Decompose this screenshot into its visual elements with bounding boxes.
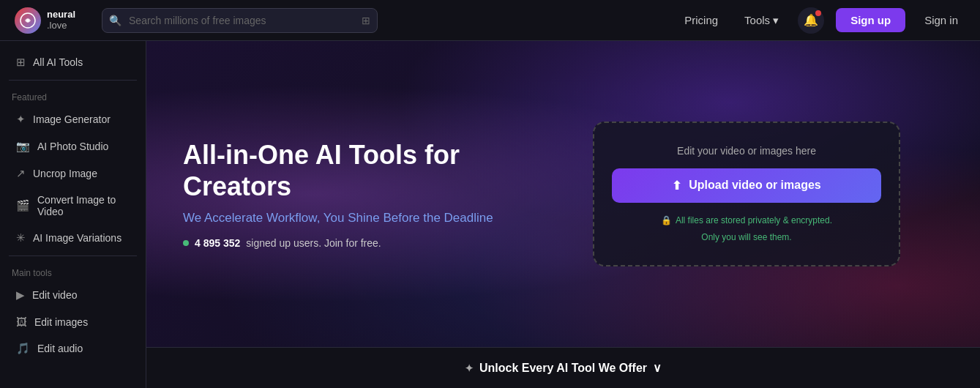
upload-button-label: Upload video or images — [689, 179, 820, 192]
grid-icon: ⊞ — [16, 56, 26, 69]
privacy-line2: Only you will see them. — [701, 231, 791, 244]
upload-icon: ⬆ — [672, 179, 681, 193]
sidebar-item-convert-image-video[interactable]: 🎬 Convert Image to Video — [4, 187, 141, 224]
filter-icon[interactable]: ⊞ — [362, 15, 370, 26]
privacy-line1: All files are stored privately & encrypt… — [676, 214, 832, 227]
users-number: 4 895 352 — [195, 237, 240, 249]
sidebar-label-edit-images: Edit images — [34, 316, 88, 328]
sidebar: ⊞ All AI Tools Featured ✦ Image Generato… — [0, 41, 146, 388]
users-suffix: signed up users. Join for free. — [246, 237, 381, 249]
sidebar-item-ai-image-variations[interactable]: ✳ AI Image Variations — [4, 225, 141, 251]
hero-area: All-in-One AI Tools for Creators We Acce… — [146, 41, 980, 347]
search-icon: 🔍 — [109, 15, 121, 26]
sidebar-item-image-generator[interactable]: ✦ Image Generator — [4, 106, 141, 133]
convert-icon: 🎬 — [16, 199, 30, 212]
uncrop-icon: ↗ — [16, 167, 26, 180]
logo-name-line2: .love — [47, 20, 75, 31]
upload-card-label: Edit your video or images here — [677, 145, 816, 157]
logo-name-line1: neural — [47, 10, 75, 20]
unlock-label: Unlock Every AI Tool We Offer — [479, 362, 647, 375]
sidebar-label-ai-photo-studio: AI Photo Studio — [37, 141, 108, 152]
signin-link[interactable]: Sign in — [917, 10, 965, 31]
image-gen-icon: ✦ — [16, 113, 26, 126]
sidebar-label-uncrop: Uncrop Image — [33, 168, 97, 179]
sparkle-icon: ✦ — [465, 362, 474, 374]
logo-icon — [15, 7, 41, 34]
variations-icon: ✳ — [16, 231, 26, 245]
hero-users-count: 4 895 352 signed up users. Join for free… — [183, 237, 564, 249]
hero-text-block: All-in-One AI Tools for Creators We Acce… — [183, 139, 564, 249]
search-bar: 🔍 ⊞ — [102, 8, 378, 33]
sidebar-label-convert: Convert Image to Video — [37, 194, 130, 217]
upload-card: Edit your video or images here ⬆ Upload … — [593, 122, 900, 267]
search-input[interactable] — [102, 8, 378, 33]
sidebar-divider-2 — [9, 255, 137, 256]
unlock-strip[interactable]: ✦ Unlock Every AI Tool We Offer ∨ — [146, 347, 980, 388]
pricing-nav-item[interactable]: Pricing — [677, 10, 725, 31]
notifications-bell[interactable]: 🔔 — [798, 7, 824, 34]
notification-badge — [815, 10, 821, 16]
edit-images-icon: 🖼 — [16, 316, 27, 328]
upload-privacy-note: 🔒 All files are stored privately & encry… — [661, 214, 832, 244]
sidebar-section-featured: Featured — [0, 85, 146, 105]
hero-inner: All-in-One AI Tools for Creators We Acce… — [146, 41, 980, 347]
sidebar-item-edit-audio[interactable]: 🎵 Edit audio — [4, 335, 141, 362]
hero-title: All-in-One AI Tools for Creators — [183, 139, 564, 202]
lock-icon: 🔒 — [661, 214, 672, 227]
tools-nav-item[interactable]: Tools ▾ — [737, 10, 786, 31]
sidebar-label-variations: AI Image Variations — [33, 232, 121, 244]
top-navigation: neural .love 🔍 ⊞ Pricing Tools ▾ 🔔 Sign … — [0, 0, 980, 41]
sidebar-section-main-tools: Main tools — [0, 261, 146, 281]
upload-button[interactable]: ⬆ Upload video or images — [612, 168, 881, 203]
edit-video-icon: ▶ — [16, 288, 25, 302]
edit-audio-icon: 🎵 — [16, 342, 30, 355]
signup-button[interactable]: Sign up — [836, 8, 905, 32]
sidebar-label-image-generator: Image Generator — [33, 113, 111, 125]
sidebar-item-edit-images[interactable]: 🖼 Edit images — [4, 309, 141, 335]
sidebar-label-all-tools: All AI Tools — [33, 56, 83, 68]
sidebar-item-all-tools[interactable]: ⊞ All AI Tools — [4, 49, 141, 75]
sidebar-divider-1 — [9, 80, 137, 81]
online-dot — [183, 240, 189, 246]
logo[interactable]: neural .love — [15, 7, 75, 34]
hero-subtitle: We Accelerate Workflow, You Shine Before… — [183, 211, 564, 225]
sidebar-item-ai-photo-studio[interactable]: 📷 AI Photo Studio — [4, 133, 141, 160]
sidebar-item-uncrop-image[interactable]: ↗ Uncrop Image — [4, 160, 141, 187]
main-content: ⊞ All AI Tools Featured ✦ Image Generato… — [0, 41, 980, 388]
sidebar-label-edit-audio: Edit audio — [37, 343, 83, 354]
chevron-icon: ∨ — [653, 361, 662, 375]
svg-point-1 — [26, 19, 29, 22]
sidebar-item-edit-video[interactable]: ▶ Edit video — [4, 282, 141, 308]
photo-studio-icon: 📷 — [16, 140, 30, 153]
sidebar-label-edit-video: Edit video — [32, 289, 77, 301]
tools-chevron-icon: ▾ — [773, 14, 779, 27]
